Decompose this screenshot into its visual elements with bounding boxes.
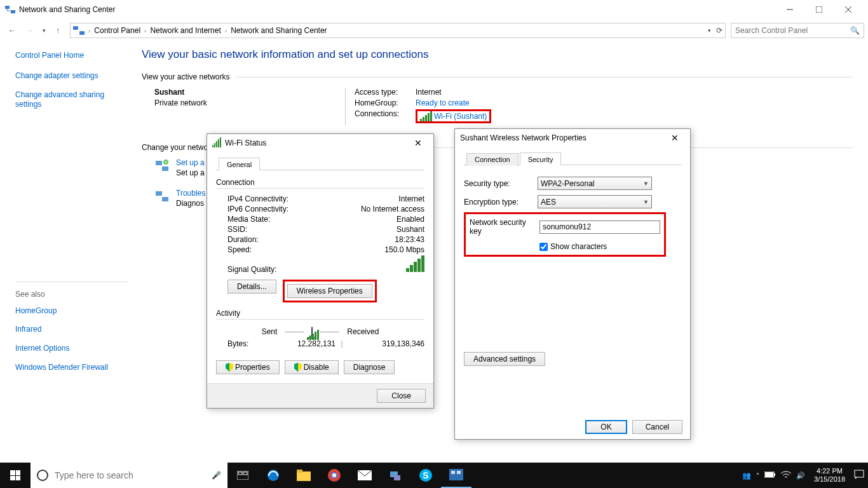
svg-rect-12 xyxy=(156,191,162,196)
cancel-button[interactable]: Cancel xyxy=(632,420,682,434)
ok-button[interactable]: OK xyxy=(585,420,627,434)
back-button[interactable]: ← xyxy=(4,22,20,39)
tab-connection[interactable]: Connection xyxy=(466,153,519,166)
svg-rect-18 xyxy=(297,471,311,481)
troubleshoot-link[interactable]: Troubles xyxy=(176,189,205,198)
sidebar-link-homegroup[interactable]: HomeGroup xyxy=(15,306,129,316)
highlight-security-key: Network security key Show characters xyxy=(464,212,666,257)
up-button[interactable]: ↑ xyxy=(50,22,66,39)
chevron-right-icon: › xyxy=(143,27,147,34)
connection-group-label: Connection xyxy=(216,178,259,187)
sidebar-link-defender-firewall[interactable]: Windows Defender Firewall xyxy=(15,363,129,373)
connections-label: Connections: xyxy=(355,109,416,123)
svg-rect-29 xyxy=(451,471,455,474)
taskbar-app-skype[interactable]: S xyxy=(410,463,441,488)
details-button[interactable]: Details... xyxy=(227,280,276,294)
tray-clock[interactable]: 4:22 PM 3/15/2018 xyxy=(810,467,849,483)
cortana-icon xyxy=(37,470,48,481)
sidebar-link-adapter-settings[interactable]: Change adapter settings xyxy=(15,71,129,81)
network-sharing-icon xyxy=(5,4,15,15)
svg-text:+: + xyxy=(165,160,167,165)
maximize-button[interactable] xyxy=(804,0,834,19)
security-type-dropdown[interactable]: WPA2-Personal▼ xyxy=(538,177,652,190)
taskbar: 🎤 S 👥 ˄ 🔊 4:22 PM 3/15/2018 xyxy=(0,463,868,488)
close-icon[interactable]: ✕ xyxy=(665,133,685,143)
bytes-sent-value: 12,282,131 xyxy=(272,339,336,348)
breadcrumb-item[interactable]: Network and Sharing Center xyxy=(228,26,329,35)
sidebar-link-infrared[interactable]: Infrared xyxy=(15,325,129,335)
access-type-value: Internet xyxy=(416,88,442,97)
svg-rect-16 xyxy=(243,472,247,475)
task-view-button[interactable] xyxy=(227,463,258,488)
taskbar-app-control-panel[interactable] xyxy=(441,463,471,488)
properties-button[interactable]: Properties xyxy=(216,360,280,374)
sidebar-link-internet-options[interactable]: Internet Options xyxy=(15,344,129,354)
highlight-connections: Wi-Fi (Sushant) xyxy=(416,109,491,123)
bytes-label: Bytes: xyxy=(227,339,272,348)
start-button[interactable] xyxy=(0,463,31,488)
taskbar-app-mail[interactable] xyxy=(349,463,380,488)
network-ssid: Sushant xyxy=(154,88,326,97)
sidebar-link-advanced-sharing[interactable]: Change advanced sharing settings xyxy=(15,90,129,110)
tab-general[interactable]: General xyxy=(219,158,260,170)
tray-people-icon[interactable]: 👥 xyxy=(742,471,751,480)
svg-point-22 xyxy=(332,473,336,477)
wifi-status-dialog: Wi-Fi Status ✕ General Connection IPv4 C… xyxy=(207,133,434,409)
network-sharing-icon xyxy=(73,25,85,36)
highlight-wireless-properties: Wireless Properties xyxy=(283,280,377,302)
search-input[interactable]: 🔍 xyxy=(731,23,864,38)
homegroup-create-link[interactable]: Ready to create xyxy=(416,98,470,107)
close-icon[interactable]: ✕ xyxy=(408,138,428,148)
windows-logo-icon xyxy=(10,470,20,480)
tab-security[interactable]: Security xyxy=(520,152,562,165)
left-panel: Control Panel Home Change adapter settin… xyxy=(0,42,137,463)
wifi-signal-icon xyxy=(406,255,424,272)
taskbar-app-explorer[interactable] xyxy=(288,463,319,488)
refresh-icon[interactable]: ⟳ xyxy=(716,26,722,35)
breadcrumb-item[interactable]: Network and Internet xyxy=(147,26,223,35)
recent-dropdown[interactable]: ▾ xyxy=(39,22,48,39)
taskbar-app-edge[interactable] xyxy=(258,463,288,488)
close-button[interactable]: Close xyxy=(377,389,426,403)
tray-action-center-icon[interactable] xyxy=(854,470,864,481)
svg-rect-1 xyxy=(11,10,15,13)
encryption-type-dropdown[interactable]: AES▼ xyxy=(538,195,652,208)
network-type: Private network xyxy=(154,98,326,107)
shield-icon xyxy=(294,363,302,372)
wireless-properties-dialog: Sushant Wireless Network Properties ✕ Co… xyxy=(454,128,691,440)
control-panel-home-link[interactable]: Control Panel Home xyxy=(15,51,129,60)
disable-button[interactable]: Disable xyxy=(285,360,339,374)
wifi-connection-link[interactable]: Wi-Fi (Sushant) xyxy=(434,112,487,121)
activity-group-label: Activity xyxy=(216,309,244,318)
window-title: Network and Sharing Center xyxy=(19,5,775,14)
wireless-properties-button[interactable]: Wireless Properties xyxy=(287,284,372,298)
tray-battery-icon[interactable] xyxy=(764,471,776,479)
taskbar-app-chrome[interactable] xyxy=(319,463,349,488)
breadcrumb-item[interactable]: Control Panel xyxy=(92,26,143,35)
wifi-signal-icon xyxy=(420,111,432,121)
chevron-down-icon: ▼ xyxy=(643,199,649,205)
bytes-received-value: 319,138,346 xyxy=(348,339,424,348)
svg-rect-15 xyxy=(238,472,242,475)
svg-rect-33 xyxy=(765,472,773,477)
dialog-title: Sushant Wireless Network Properties xyxy=(460,133,665,142)
minimize-button[interactable] xyxy=(775,0,804,19)
network-key-input[interactable] xyxy=(539,220,660,234)
address-bar[interactable]: › Control Panel › Network and Internet ›… xyxy=(70,23,726,38)
forward-button[interactable]: → xyxy=(22,22,38,39)
tray-volume-icon[interactable]: 🔊 xyxy=(796,471,805,480)
microphone-icon[interactable]: 🎤 xyxy=(212,471,221,480)
dropdown-caret-icon[interactable]: ▾ xyxy=(708,27,711,34)
tray-chevron-up-icon[interactable]: ˄ xyxy=(756,472,759,479)
advanced-settings-button[interactable]: Advanced settings xyxy=(464,352,545,366)
show-characters-checkbox[interactable] xyxy=(539,243,548,251)
svg-rect-28 xyxy=(449,469,463,480)
tray-wifi-icon[interactable] xyxy=(781,471,791,480)
taskbar-app-generic[interactable] xyxy=(380,463,410,488)
encryption-type-label: Encryption type: xyxy=(464,198,538,207)
diagnose-button[interactable]: Diagnose xyxy=(344,360,395,374)
close-button[interactable] xyxy=(834,0,863,19)
active-networks-header: View your active networks xyxy=(142,72,230,81)
taskbar-search[interactable]: 🎤 xyxy=(31,463,227,488)
wifi-signal-icon xyxy=(212,139,221,147)
